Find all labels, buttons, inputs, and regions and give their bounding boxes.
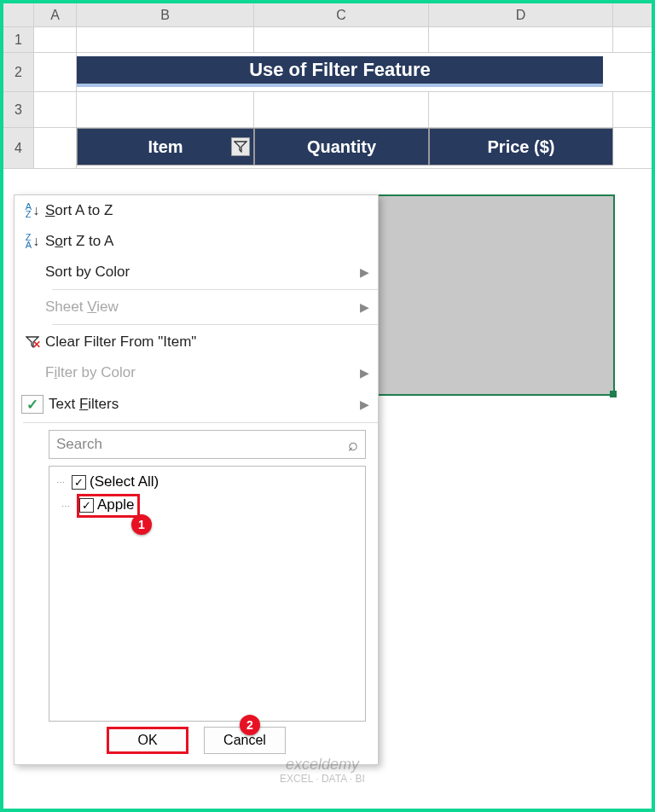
cell-A1[interactable] (34, 27, 77, 52)
row-header-1[interactable]: 1 (3, 27, 34, 52)
selection-handle[interactable] (610, 391, 617, 397)
cell-A4[interactable] (34, 128, 77, 168)
cell-B1[interactable] (77, 27, 254, 52)
chevron-right-icon: ▶ (360, 397, 369, 411)
sort-by-color[interactable]: Sort by Color ▶ (14, 257, 378, 287)
checkbox-select-all[interactable]: ✓ (72, 475, 86, 490)
chevron-right-icon: ▶ (360, 265, 369, 279)
col-header-C[interactable]: C (254, 3, 429, 26)
sheet-view: Sheet ViewSheet View ▶ (14, 292, 378, 322)
filter-button-item[interactable] (231, 137, 250, 156)
cell-C3[interactable] (254, 92, 429, 127)
checkbox-apple[interactable]: ✓ (79, 498, 94, 513)
chevron-right-icon: ▶ (360, 300, 369, 314)
callout-2: 2 (240, 715, 260, 735)
funnel-icon (234, 141, 247, 153)
clear-filter[interactable]: ✕ Clear Filter From "Item" (14, 327, 378, 357)
callout-1: 1 (131, 514, 152, 535)
search-placeholder: Search (56, 436, 348, 453)
row-header-2[interactable]: 2 (3, 53, 34, 91)
col-header-B[interactable]: B (77, 3, 254, 26)
sort-az-icon: AZ↓ (26, 203, 39, 219)
cell-B3[interactable] (77, 92, 254, 127)
search-icon: ⌕ (348, 435, 358, 455)
filter-menu: AZ↓ SSort A to Zort A to Z ZA↓ SoSort Z … (14, 194, 379, 765)
header-quantity[interactable]: Quantity (254, 128, 429, 165)
filter-search-input[interactable]: Search ⌕ (49, 430, 366, 459)
column-headers: A B C D (3, 3, 652, 27)
text-filters[interactable]: ✓ Text FiltersText Filters ▶ (14, 388, 378, 420)
apple-label: Apple (97, 496, 134, 513)
check-icon: ✓ (21, 395, 43, 414)
sort-a-to-z[interactable]: AZ↓ SSort A to Zort A to Z (14, 195, 378, 226)
sort-z-to-a[interactable]: ZA↓ SoSort Z to Art Z to A (14, 226, 378, 257)
header-item[interactable]: Item (77, 128, 254, 165)
header-item-label: Item (148, 137, 183, 157)
cell-C1[interactable] (254, 27, 429, 52)
col-header-A[interactable]: A (34, 3, 77, 26)
cell-D3[interactable] (429, 92, 613, 127)
cell-A2[interactable] (34, 53, 77, 91)
chevron-right-icon: ▶ (360, 366, 369, 380)
select-all-label: (Select All) (90, 473, 159, 490)
filter-by-color: Filter by ColorFilter by Color ▶ (14, 357, 378, 388)
ok-button[interactable]: OK (107, 727, 188, 754)
watermark: exceldemy EXCEL · DATA · BI (280, 757, 365, 785)
merged-title[interactable]: Use of Filter Feature (77, 56, 603, 87)
apple-item[interactable]: ✓ Apple (77, 494, 140, 518)
clear-filter-icon: ✕ (26, 336, 39, 348)
col-header-D[interactable]: D (429, 3, 613, 26)
select-all-corner[interactable] (3, 3, 34, 26)
row-header-3[interactable]: 3 (3, 92, 34, 127)
sort-za-icon: ZA↓ (26, 234, 39, 250)
header-quantity-label: Quantity (307, 137, 376, 157)
header-price[interactable]: Price ($) (429, 128, 613, 165)
filter-values-list[interactable]: ⋯ ✓ (Select All) ⋯ ✓ Apple 1 (49, 466, 366, 722)
row-header-4[interactable]: 4 (3, 128, 34, 168)
cell-D1[interactable] (429, 27, 613, 52)
select-all-item[interactable]: ⋯ ✓ (Select All) (56, 472, 358, 492)
header-price-label: Price ($) (488, 137, 555, 157)
cell-A3[interactable] (34, 92, 77, 127)
